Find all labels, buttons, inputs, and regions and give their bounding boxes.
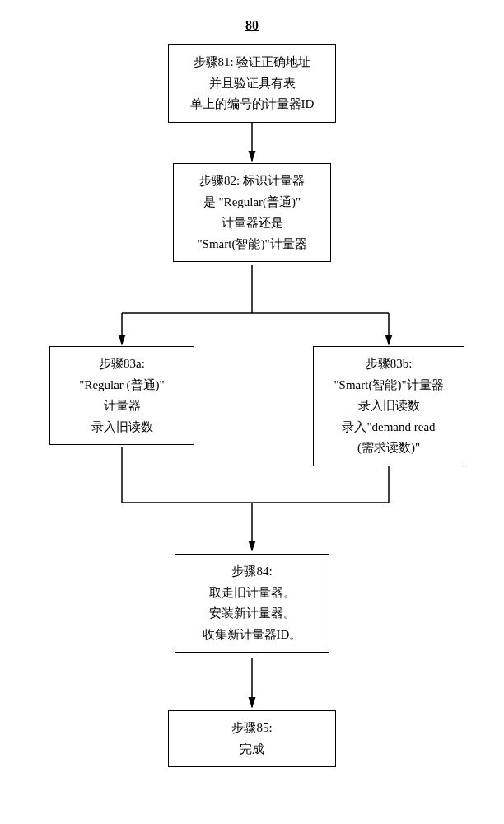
step-84-line4: 收集新计量器ID。	[180, 625, 324, 646]
step-84-line2: 取走旧计量器。	[180, 583, 324, 604]
step-82-box: 步骤82: 标识计量器 是 "Regular(普通)" 计量器还是 "Smart…	[173, 163, 331, 262]
step-84-line3: 安装新计量器。	[180, 603, 324, 625]
step-83a-line3: 计量器	[55, 396, 189, 417]
step-82-line4: "Smart(智能)"计量器	[179, 234, 325, 255]
step-81-box: 步骤81: 验证正确地址 并且验证具有表 单上的编号的计量器ID	[168, 44, 336, 123]
step-83b-box: 步骤83b: "Smart(智能)"计量器 录入旧读数 录入"demand re…	[313, 346, 464, 466]
step-81-line3: 单上的编号的计量器ID	[174, 94, 330, 115]
step-82-line1: 步骤82: 标识计量器	[179, 171, 325, 192]
diagram-title: 80	[0, 18, 504, 33]
step-81-line1: 步骤81: 验证正确地址	[174, 52, 330, 73]
step-82-line3: 计量器还是	[179, 213, 325, 234]
step-83b-line1: 步骤83b:	[319, 353, 459, 375]
step-82-line2: 是 "Regular(普通)"	[179, 192, 325, 213]
step-85-line2: 完成	[174, 739, 330, 761]
step-84-box: 步骤84: 取走旧计量器。 安装新计量器。 收集新计量器ID。	[175, 554, 329, 653]
step-83a-line2: "Regular (普通)"	[55, 375, 189, 396]
step-85-line1: 步骤85:	[174, 718, 330, 739]
step-85-box: 步骤85: 完成	[168, 710, 336, 767]
step-84-line1: 步骤84:	[180, 561, 324, 583]
step-81-line2: 并且验证具有表	[174, 73, 330, 95]
step-83b-line3: 录入旧读数	[319, 396, 459, 417]
step-83a-line1: 步骤83a:	[55, 353, 189, 375]
step-83b-line4: 录入"demand read	[319, 417, 459, 438]
step-83a-line4: 录入旧读数	[55, 417, 189, 438]
step-83b-line2: "Smart(智能)"计量器	[319, 375, 459, 396]
step-83a-box: 步骤83a: "Regular (普通)" 计量器 录入旧读数	[49, 346, 194, 445]
step-83b-line5: (需求读数)"	[319, 438, 459, 459]
